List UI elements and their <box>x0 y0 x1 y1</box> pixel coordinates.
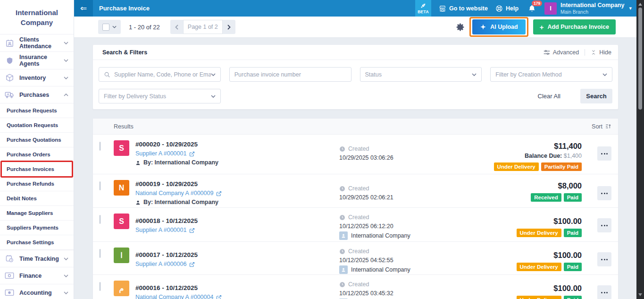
hide-filters-button[interactable]: Hide <box>591 49 611 56</box>
submenu-item-purchase-quotations[interactable]: Purchase Quotations <box>0 133 74 147</box>
supplier-avatar: م <box>114 281 129 296</box>
created-label: Created <box>348 185 369 192</box>
advanced-filters-button[interactable]: Advanced <box>544 49 579 56</box>
supplier-filter-select[interactable]: Supplier Name, Code, Phone or Email <box>99 67 221 82</box>
scroll-up-arrow[interactable] <box>638 3 642 6</box>
row-avatar-cell: ا <box>114 248 135 274</box>
row-info-cell: #000017 - 10/12/2025 Supplier A #000006 <box>135 248 339 274</box>
beta-button[interactable]: BETA <box>415 0 431 17</box>
row-more-button[interactable] <box>597 285 611 299</box>
advanced-label: Advanced <box>553 49 579 56</box>
rocket-icon <box>420 3 426 9</box>
invoice-row[interactable]: ا #000017 - 10/12/2025 Supplier A #00000… <box>93 242 618 275</box>
ai-upload-button[interactable]: AI Upload <box>472 19 525 34</box>
submenu-item-debit-notes[interactable]: Debit Notes <box>0 191 74 206</box>
sidebar-item-accounting[interactable]: Accounting <box>0 284 74 299</box>
supplier-link[interactable]: Supplier A #000001 <box>135 150 339 158</box>
supplier-link[interactable]: Supplier A #000001 <box>135 226 339 234</box>
submenu-item-manage-suppliers[interactable]: Manage Suppliers <box>0 206 74 221</box>
invoice-row[interactable]: م #000016 - 10/12/2025 National Company … <box>93 275 618 299</box>
filter-row-1: Supplier Name, Code, Phone or Email Stat… <box>99 67 612 82</box>
external-link-icon <box>189 151 195 157</box>
supplier-link[interactable]: Supplier A #000006 <box>135 260 339 268</box>
chevron-down-icon <box>63 77 69 79</box>
row-created-cell: Created 10/12/2025 06:12:20 Internationa… <box>339 214 481 241</box>
created-label-line: Created <box>339 185 481 192</box>
created-label-line: Created <box>339 214 481 221</box>
supplier-link-label: National Company A #000004 <box>135 293 213 299</box>
supplier-avatar: S <box>114 214 129 229</box>
delivery-status-filter-select[interactable]: Filter by Delivery Status <box>99 89 221 103</box>
sidebar-item-time-tracking[interactable]: Time Tracking <box>0 250 74 267</box>
row-more-button[interactable] <box>597 252 611 266</box>
invoice-row[interactable]: S #000018 - 10/12/2025 Supplier A #00000… <box>93 208 618 242</box>
row-checkbox[interactable] <box>100 282 100 291</box>
person-icon <box>341 267 346 273</box>
submenu-item-purchase-invoices[interactable]: Purchase Invoices <box>0 162 74 177</box>
row-checkbox[interactable] <box>100 181 100 190</box>
supplier-link-label: Supplier A #000006 <box>135 260 186 268</box>
sidebar-item-finance[interactable]: Finance <box>0 267 74 284</box>
clear-all-button[interactable]: Clear All <box>538 93 560 100</box>
scrollbar-thumb[interactable] <box>638 8 642 110</box>
row-more-button[interactable] <box>597 186 611 200</box>
company-name: International Company <box>351 231 410 240</box>
settings-gear-button[interactable] <box>456 23 465 32</box>
invoice-row[interactable]: N #000019 - 10/29/2025 National Company … <box>93 174 618 208</box>
row-checkbox[interactable] <box>100 249 100 258</box>
sidebar-item-clients-attendance[interactable]: Clients Attendance <box>0 34 74 51</box>
vertical-scrollbar[interactable] <box>636 0 644 299</box>
page-indicator[interactable]: Page 1 of 2 <box>183 20 223 34</box>
delivery-status-badge: Under Delivery <box>517 263 561 271</box>
status-filter-select[interactable]: Status <box>360 67 482 82</box>
prev-page-button[interactable] <box>170 20 183 34</box>
calendar-clock-icon <box>5 254 14 264</box>
payment-status-badge: Paid <box>564 263 582 271</box>
sidebar-item-insurance-agents[interactable]: Insurance Agents <box>0 51 74 69</box>
status-filter-placeholder: Status <box>365 71 472 78</box>
submenu-item-purchase-refunds[interactable]: Purchase Refunds <box>0 177 74 191</box>
next-page-button[interactable] <box>223 20 235 34</box>
notifications-button[interactable]: 179 <box>528 4 536 13</box>
submenu-item-purchase-orders[interactable]: Purchase Orders <box>0 147 74 162</box>
chevron-down-icon <box>112 26 117 28</box>
search-button[interactable]: Search <box>580 89 612 103</box>
supplier-link[interactable]: National Company A #000004 <box>135 293 339 299</box>
submenu-label: Manage Suppliers <box>7 210 53 216</box>
submenu-item-purchase-requests[interactable]: Purchase Requests <box>0 103 74 118</box>
submenu-item-quotation-requests[interactable]: Quotation Requests <box>0 118 74 133</box>
creation-method-filter-select[interactable]: Filter by Creation Method <box>490 67 612 82</box>
select-all-dropdown[interactable] <box>98 20 121 34</box>
delivery-status-badge: Under Delivery <box>494 162 539 171</box>
select-all-checkbox[interactable] <box>102 24 109 31</box>
submenu-item-suppliers-payments[interactable]: Suppliers Payments <box>0 221 74 235</box>
cash-icon <box>5 288 14 298</box>
sidebar-item-inventory[interactable]: Inventory <box>0 69 74 86</box>
row-checkbox[interactable] <box>100 142 100 151</box>
supplier-link[interactable]: National Company A #000009 <box>135 189 339 197</box>
row-more-button[interactable] <box>597 218 611 232</box>
invoice-row[interactable]: S #000020 - 10/29/2025 Supplier A #00000… <box>93 135 618 174</box>
sort-button[interactable]: Sort <box>592 123 611 130</box>
scroll-down-arrow[interactable] <box>638 293 642 296</box>
sidebar-item-label: Inventory <box>19 75 63 81</box>
row-checkbox[interactable] <box>100 215 100 224</box>
row-info-cell: #000020 - 10/29/2025 Supplier A #000001 … <box>135 140 339 174</box>
go-to-website-link[interactable]: Go to website <box>439 5 488 12</box>
invoice-amount: $8,000 <box>531 181 582 190</box>
help-link[interactable]: Help <box>495 5 519 12</box>
row-check-cell <box>100 214 114 241</box>
search-filters-card: Search & Filters Advanced Hide <box>92 44 619 110</box>
invoice-amount: $100.00 <box>517 216 582 226</box>
add-purchase-invoice-button[interactable]: + Add Purchase Invoice <box>533 19 616 34</box>
invoice-amount: $100.00 <box>517 250 582 260</box>
row-check-cell <box>100 180 114 207</box>
company-brand-title: International Company <box>0 0 74 34</box>
invoice-number-input[interactable] <box>234 71 346 78</box>
sidebar-collapse-button[interactable]: ⇐ <box>74 0 93 17</box>
submenu-item-purchase-settings[interactable]: Purchase Settings <box>0 235 74 250</box>
account-menu[interactable]: I International Company Main Branch ▾ <box>544 2 632 14</box>
sidebar-item-purchases[interactable]: Purchases <box>0 86 74 103</box>
invoice-title: #000018 - 10/12/2025 <box>135 217 339 225</box>
row-more-button[interactable] <box>597 146 611 161</box>
